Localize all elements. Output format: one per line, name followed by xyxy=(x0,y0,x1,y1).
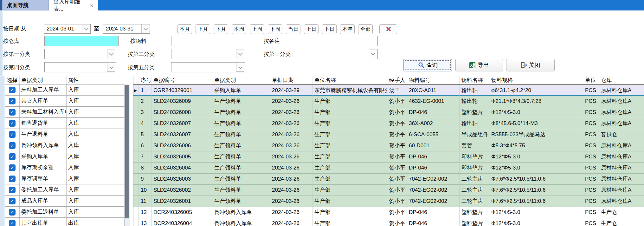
material-name-cell[interactable]: 塑料垫片 xyxy=(460,107,489,118)
row-number-cell[interactable]: 11 xyxy=(139,196,151,207)
category5-dropdown-button[interactable] xyxy=(236,63,244,72)
checkbox-checked[interactable]: ✓ xyxy=(9,220,16,226)
material-spec-cell[interactable]: Φ12*Φ5-3.0 xyxy=(489,151,583,163)
doc-no-cell[interactable]: SLD240326004 xyxy=(151,163,212,174)
checkbox-checked[interactable]: ✓ xyxy=(9,109,16,116)
category2-select[interactable] xyxy=(171,49,245,59)
doc-type-cell[interactable]: 生产领料单 xyxy=(212,107,270,118)
warehouse-cell[interactable]: 原材料仓库A xyxy=(599,107,644,118)
material-no-cell[interactable]: 36X-A002 xyxy=(407,118,460,129)
doc-date-cell[interactable]: 2024-03-26 xyxy=(270,118,312,129)
doc-no-cell[interactable]: SLD240326007 xyxy=(151,129,212,140)
uom-cell[interactable]: PCS xyxy=(583,185,599,196)
doc-type-blank-cell[interactable] xyxy=(86,173,124,184)
doc-type-row[interactable]: ✓生产退料单入库 xyxy=(5,129,124,140)
doc-no-cell[interactable]: SLD240326006 xyxy=(151,140,212,151)
doc-no-cell[interactable]: CGR240329001 xyxy=(151,85,212,96)
row-number-cell[interactable]: 10 xyxy=(139,185,151,196)
unit-name-cell[interactable]: 生产部 xyxy=(312,129,387,140)
uom-cell[interactable]: PCS xyxy=(583,174,599,185)
quick-range-button[interactable]: 当日 xyxy=(286,24,300,34)
date-from-picker[interactable]: 2024-03-01 xyxy=(44,24,91,34)
doc-type-cell[interactable]: 生产领料单 xyxy=(212,185,270,196)
material-spec-cell[interactable]: Φ21.1*Φ8*4.3/0.7;28 xyxy=(489,96,583,107)
unit-name-cell[interactable]: 生产部 xyxy=(312,185,387,196)
doc-date-cell[interactable]: 2024-03-26 xyxy=(270,174,312,185)
doc-date-cell[interactable]: 2024-03-26 xyxy=(270,107,312,118)
doc-type-blank-cell[interactable] xyxy=(86,196,124,206)
handler-cell[interactable]: 汤工 xyxy=(387,85,407,96)
doc-type-cell[interactable]: 生产领料单 xyxy=(212,129,270,140)
uom-cell[interactable]: PCS xyxy=(583,207,599,218)
warehouse-cell[interactable]: 原材料仓库A xyxy=(599,196,644,207)
material-spec-cell[interactable]: Φ12*Φ5-3.0 xyxy=(489,163,583,174)
doc-type-name-cell[interactable]: 库存期初余额 xyxy=(20,162,67,173)
doc-type-select-cell[interactable]: ✓ xyxy=(5,129,20,140)
doc-type-select-cell[interactable]: ✓ xyxy=(5,196,20,206)
material-spec-cell[interactable]: Φ7.6*Φ2.5*10.5/11:0.6 xyxy=(489,185,583,196)
quick-range-button[interactable]: 本周 xyxy=(232,24,246,34)
close-tab-icon[interactable]: × xyxy=(90,3,93,9)
uom-cell[interactable]: PCS xyxy=(583,96,599,107)
table-row[interactable]: 4SLD240326007生产领料单2024-03-26生产部贺小平36X-A0… xyxy=(133,118,644,129)
doc-type-name-cell[interactable]: 采购入库单 xyxy=(20,151,67,162)
handler-cell[interactable]: 贺小平 xyxy=(387,174,407,185)
doc-type-blank-cell[interactable] xyxy=(86,107,124,117)
doc-type-name-cell[interactable]: 倒冲领料入库单 xyxy=(20,140,67,151)
doc-type-cell[interactable]: 采购入库单 xyxy=(212,85,270,96)
material-spec-cell[interactable]: RS555-023半成品马达 xyxy=(489,129,583,140)
row-number-cell[interactable]: 8 xyxy=(139,163,151,174)
doc-date-cell[interactable]: 2024-03-26 xyxy=(270,163,312,174)
unit-name-cell[interactable]: 生产部 xyxy=(312,207,387,218)
doc-type-blank-cell[interactable] xyxy=(86,207,124,217)
doc-type-row[interactable]: ✓倒冲领料入库单入库 xyxy=(5,140,124,151)
row-number-cell[interactable]: 5 xyxy=(139,129,151,140)
checkbox-checked[interactable]: ✓ xyxy=(9,131,16,138)
handler-cell[interactable]: 贺小平 xyxy=(387,196,407,207)
material-spec-cell[interactable]: Φ8*45.6-5.0*14-M3 xyxy=(489,118,583,129)
material-no-cell[interactable]: 7042-EG02-002 xyxy=(407,185,460,196)
uom-cell[interactable]: PCS xyxy=(583,140,599,151)
doc-type-cell[interactable]: 生产领料单 xyxy=(212,196,270,207)
material-name-cell[interactable]: 输出轮 xyxy=(460,96,489,107)
doc-type-blank-cell[interactable] xyxy=(86,218,124,226)
doc-type-attr-cell[interactable]: 出库 xyxy=(67,218,86,226)
doc-type-attr-cell[interactable]: 入库 xyxy=(67,151,86,162)
doc-date-cell[interactable]: 2024-03-26 xyxy=(270,129,312,140)
doc-type-blank-cell[interactable] xyxy=(86,151,124,162)
table-row[interactable]: 2SLD240326009生产领料单2024-03-26生产部贺小平4632-E… xyxy=(133,96,644,107)
unit-name-cell[interactable]: 生产部 xyxy=(312,140,387,151)
doc-no-cell[interactable]: SLD240326005 xyxy=(151,151,212,163)
doc-type-name-cell[interactable]: 来料加工材料入库单 xyxy=(20,107,67,117)
doc-type-select-cell[interactable]: ✓ xyxy=(5,184,20,195)
table-row[interactable]: 12DCR240326005倒冲领料入库单2024-03-26生产部贺小平DP-… xyxy=(133,207,644,218)
warehouse-cell[interactable]: 生产仓 xyxy=(599,207,644,218)
uom-cell[interactable]: PCS xyxy=(583,163,599,174)
warehouse-cell[interactable]: 原材料仓库A xyxy=(599,85,644,96)
warehouse-cell[interactable]: 原材料仓库A xyxy=(599,151,644,163)
category3-dropdown-button[interactable] xyxy=(369,50,377,58)
doc-type-row[interactable]: ✓销售退货单入库 xyxy=(5,118,124,129)
unit-name-cell[interactable]: 生产部 xyxy=(312,96,387,107)
doc-type-vertical-scrollbar[interactable] xyxy=(124,84,130,226)
material-spec-cell[interactable]: Φ12*Φ5-3.0 xyxy=(489,207,583,218)
unit-name-cell[interactable]: 生产部 xyxy=(312,174,387,185)
uom-cell[interactable]: PCS xyxy=(583,118,599,129)
doc-type-blank-cell[interactable] xyxy=(86,84,124,95)
material-no-cell[interactable]: 7042-EG02-002 xyxy=(407,174,460,185)
doc-type-select-cell[interactable]: ✓ xyxy=(5,218,20,226)
unit-name-cell[interactable]: 生产部 xyxy=(312,196,387,207)
handler-cell[interactable]: 贺小平 xyxy=(387,107,407,118)
quick-range-button[interactable]: 本月 xyxy=(177,24,192,34)
doc-type-select-cell[interactable]: ✓ xyxy=(5,151,20,162)
checkbox-checked[interactable]: ✓ xyxy=(9,176,16,182)
material-name-cell[interactable]: 半成品组件 xyxy=(460,129,489,140)
doc-type-blank-cell[interactable] xyxy=(86,162,124,173)
doc-no-cell[interactable]: SLD240326002 xyxy=(151,185,212,196)
doc-type-cell[interactable]: 生产领料单 xyxy=(212,174,270,185)
doc-date-cell[interactable]: 2024-03-26 xyxy=(270,218,312,226)
warehouse-cell[interactable]: 原材料仓库A xyxy=(599,185,644,196)
doc-type-scrollbar-thumb[interactable] xyxy=(125,85,129,218)
table-row[interactable]: ▶1CGR240329001采购入库单2024-03-29东莞市腾鹏精密机械设备… xyxy=(133,85,644,96)
doc-type-attr-cell[interactable]: 入库 xyxy=(67,84,86,95)
